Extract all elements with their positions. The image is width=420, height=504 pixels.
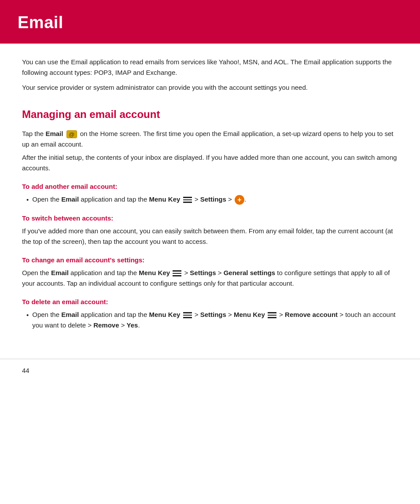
settings-bold-1: Settings — [200, 195, 226, 203]
managing-intro-2: After the initial setup, the contents of… — [22, 152, 398, 173]
email-bold-2: Email — [61, 195, 79, 203]
intro-paragraph-1: You can use the Email application to rea… — [22, 57, 398, 78]
managing-section: Managing an email account Tap the Email … — [22, 106, 398, 331]
settings-bold-2: Settings — [190, 269, 216, 276]
subsection-title-change: To change an email account's settings: — [22, 255, 398, 265]
remove-account-bold: Remove account — [285, 311, 338, 318]
add-account-text: Open the Email application and tap the M… — [32, 194, 246, 205]
bullet-dot-2: • — [26, 310, 29, 320]
menu-key-icon-3 — [183, 312, 192, 318]
menu-key-icon-1 — [183, 197, 192, 203]
plus-icon: + — [235, 195, 244, 205]
add-account-bullet: • Open the Email application and tap the… — [26, 194, 398, 205]
intro-paragraph-2: Your service provider or system administ… — [22, 82, 398, 93]
remove-bold: Remove — [93, 321, 119, 329]
general-settings-bold: General settings — [224, 269, 276, 276]
bullet-dot-1: • — [26, 195, 29, 205]
subsection-title-switch: To switch between accounts: — [22, 213, 398, 223]
yes-bold: Yes — [127, 321, 138, 329]
menu-key-bold-3: Menu Key — [149, 311, 180, 318]
email-bold-3: Email — [51, 269, 69, 276]
email-bold-4: Email — [61, 311, 79, 318]
delete-account-text: Open the Email application and tap the M… — [32, 309, 398, 331]
subsection-title-add: To add another email account: — [22, 181, 398, 191]
change-settings-text: Open the Email application and tap the M… — [22, 268, 398, 289]
menu-key-bold-1: Menu Key — [149, 195, 180, 203]
menu-key-bold-2: Menu Key — [139, 269, 170, 276]
header-bar: Email — [0, 0, 420, 44]
settings-bold-3: Settings — [200, 311, 226, 318]
email-app-icon — [66, 130, 77, 138]
subsection-title-delete: To delete an email account: — [22, 297, 398, 307]
section-title: Managing an email account — [22, 106, 398, 122]
switch-accounts-text: If you've added more than one account, y… — [22, 226, 398, 247]
email-bold-1: Email — [45, 130, 63, 137]
footer: 44 — [0, 359, 420, 382]
page-title: Email — [18, 10, 402, 36]
menu-key-bold-4: Menu Key — [234, 311, 265, 318]
managing-intro-1: Tap the Email on the Home screen. The fi… — [22, 129, 398, 150]
menu-key-icon-2 — [173, 270, 181, 276]
menu-key-icon-4 — [268, 312, 276, 318]
page-number: 44 — [22, 367, 29, 374]
delete-account-bullet: • Open the Email application and tap the… — [26, 309, 398, 331]
